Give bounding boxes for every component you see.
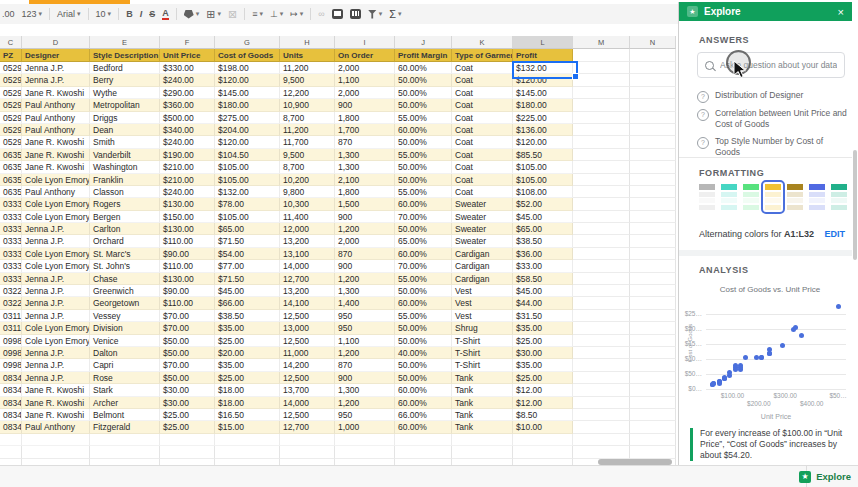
cell[interactable]: 0333 <box>0 260 22 272</box>
cell[interactable]: $180.00 <box>513 99 573 111</box>
cell[interactable]: 10,200 <box>280 174 335 186</box>
cell[interactable] <box>280 434 335 446</box>
strikethrough-button[interactable]: S <box>149 9 155 19</box>
color-scheme-swatch-6[interactable] <box>831 184 847 210</box>
cell[interactable]: $44.00 <box>513 297 573 309</box>
cell[interactable]: $500.00 <box>160 112 215 124</box>
cell[interactable]: 55.00% <box>395 112 452 124</box>
cell[interactable]: 0529 <box>0 136 22 148</box>
cell[interactable]: Cardigan <box>452 248 513 260</box>
cell[interactable] <box>215 446 280 458</box>
cell[interactable] <box>215 434 280 446</box>
cell[interactable]: Paul Anthony <box>22 99 90 111</box>
cell[interactable]: $120.00 <box>513 136 573 148</box>
cell[interactable]: Cardigan <box>452 260 513 272</box>
cell[interactable] <box>573 434 630 446</box>
cell[interactable] <box>573 359 630 371</box>
cell[interactable]: Paul Anthony <box>22 112 90 124</box>
cell[interactable] <box>630 384 676 396</box>
cell[interactable]: $145.00 <box>215 87 280 99</box>
cell[interactable]: Vest <box>452 310 513 322</box>
cell[interactable] <box>573 174 630 186</box>
vertical-align-button[interactable]: ⊥▾ <box>270 9 283 19</box>
cell[interactable]: $35.00 <box>513 322 573 334</box>
cell[interactable]: Coat <box>452 62 513 74</box>
cell[interactable]: $25.00 <box>160 421 215 433</box>
cell[interactable]: 1,200 <box>335 347 395 359</box>
cell[interactable] <box>630 198 676 210</box>
cell[interactable]: Jenna J.P. <box>22 223 90 235</box>
cell[interactable]: 40.00% <box>395 347 452 359</box>
color-scheme-swatch-2[interactable] <box>743 184 759 210</box>
cell[interactable]: Jane R. Kwoshi <box>22 161 90 173</box>
cell[interactable] <box>630 397 676 409</box>
cell[interactable]: $10.00 <box>513 421 573 433</box>
cell[interactable]: 2,000 <box>335 62 395 74</box>
cell[interactable]: Jenna J.P. <box>22 372 90 384</box>
cell[interactable]: $145.00 <box>513 87 573 99</box>
cell[interactable]: $36.00 <box>513 248 573 260</box>
cell[interactable] <box>573 87 630 99</box>
cell[interactable]: Sweater <box>452 211 513 223</box>
cell[interactable] <box>573 99 630 111</box>
cell[interactable]: 60.00% <box>395 384 452 396</box>
cell[interactable]: 900 <box>335 372 395 384</box>
cell[interactable]: 60.00% <box>395 297 452 309</box>
cell[interactable]: 1,100 <box>335 335 395 347</box>
cell[interactable] <box>630 174 676 186</box>
cell[interactable]: Coat <box>452 174 513 186</box>
column-letter-E[interactable]: E <box>90 36 160 49</box>
cell[interactable]: Coat <box>452 99 513 111</box>
cell[interactable]: 870 <box>335 248 395 260</box>
cell[interactable]: $240.00 <box>160 136 215 148</box>
cell[interactable] <box>573 136 630 148</box>
cell[interactable]: $130.00 <box>160 273 215 285</box>
cell[interactable]: St. John's <box>90 260 160 272</box>
column-letter-F[interactable]: F <box>160 36 215 49</box>
cell[interactable]: 1,300 <box>335 384 395 396</box>
cell[interactable]: 0333 <box>0 273 22 285</box>
suggestion-top-style[interactable]: ? Top Style Number by Cost of Goods <box>697 136 849 158</box>
cell[interactable]: $20.00 <box>215 347 280 359</box>
cell[interactable] <box>452 446 513 458</box>
cell[interactable]: T-Shirt <box>452 347 513 359</box>
cell[interactable]: Greenwich <box>90 285 160 297</box>
cell[interactable]: $108.00 <box>513 186 573 198</box>
decrease-decimal-button[interactable]: .00 <box>2 9 15 19</box>
cell[interactable]: Coat <box>452 112 513 124</box>
cell[interactable] <box>573 335 630 347</box>
header-cell-type-of-garment[interactable]: Type of Garment <box>452 49 513 62</box>
cell[interactable]: $105.00 <box>215 174 280 186</box>
cell[interactable] <box>573 421 630 433</box>
cell[interactable] <box>630 186 676 198</box>
cell[interactable]: 0333 <box>0 211 22 223</box>
cell[interactable]: Jenna J.P. <box>22 310 90 322</box>
cell[interactable]: $204.00 <box>215 124 280 136</box>
cell[interactable] <box>630 235 676 247</box>
cell[interactable] <box>573 273 630 285</box>
cell[interactable] <box>395 446 452 458</box>
cell[interactable] <box>280 446 335 458</box>
cell[interactable]: 0311 <box>0 322 22 334</box>
column-letter-H[interactable]: H <box>280 36 335 49</box>
cell[interactable]: Fitzgerald <box>90 421 160 433</box>
cell[interactable]: $25.00 <box>160 409 215 421</box>
cell[interactable] <box>573 310 630 322</box>
cell[interactable]: $360.00 <box>160 99 215 111</box>
cell[interactable]: Jane R. Kwoshi <box>22 136 90 148</box>
cell[interactable]: 70.00% <box>395 211 452 223</box>
italic-button[interactable]: I <box>140 9 143 19</box>
cell[interactable]: 0333 <box>0 223 22 235</box>
cell[interactable]: 2,000 <box>335 87 395 99</box>
cell[interactable]: 13,200 <box>280 285 335 297</box>
cell[interactable]: Chase <box>90 273 160 285</box>
cell[interactable]: 13,000 <box>280 322 335 334</box>
cell[interactable]: 0333 <box>0 235 22 247</box>
cell[interactable] <box>573 384 630 396</box>
cell[interactable]: 950 <box>335 322 395 334</box>
cell[interactable]: 1,200 <box>335 273 395 285</box>
cell[interactable]: 12,500 <box>280 372 335 384</box>
cell[interactable] <box>630 112 676 124</box>
cell[interactable] <box>573 149 630 161</box>
cell[interactable]: $33.00 <box>513 260 573 272</box>
